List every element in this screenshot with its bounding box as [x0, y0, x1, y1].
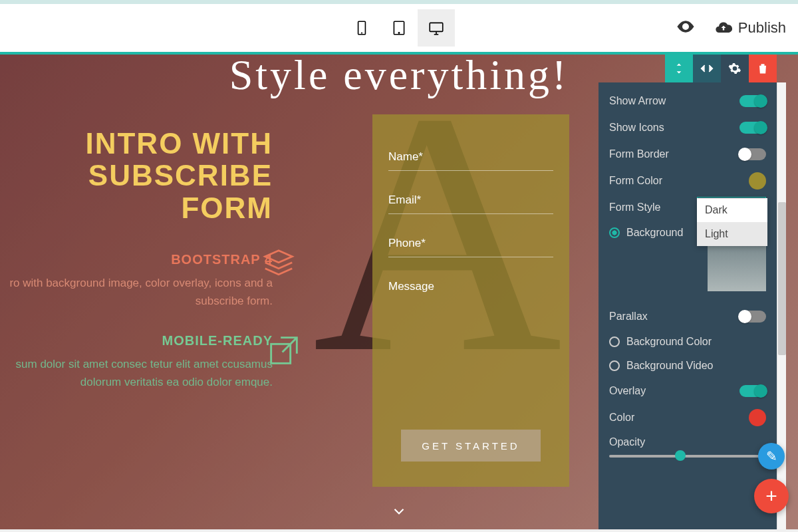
bg-image-label: Background [626, 227, 683, 239]
bg-color-label: Background Color [626, 336, 712, 348]
preview-icon[interactable] [676, 17, 696, 39]
hero-subtitle-2[interactable]: MOBILE-READY [0, 333, 273, 348]
show-arrow-toggle[interactable] [739, 95, 766, 107]
cloud-upload-icon [714, 19, 733, 37]
overlay-color-swatch[interactable] [749, 409, 766, 426]
editor-canvas: A Style everything! INTRO WITH SUBSCRIBE… [0, 55, 798, 529]
publish-button[interactable]: Publish [714, 19, 786, 37]
phone-field[interactable]: Phone* [388, 230, 553, 257]
device-switcher [343, 9, 455, 47]
message-field[interactable]: Message [388, 273, 553, 300]
code-button[interactable] [693, 55, 721, 82]
overlay-caption: Style everything! [229, 55, 569, 100]
desktop-view-button[interactable] [418, 9, 455, 47]
form-style-label: Form Style [609, 201, 660, 213]
opacity-slider[interactable] [609, 455, 766, 458]
show-arrow-label: Show Arrow [609, 95, 666, 107]
bg-video-radio[interactable] [609, 360, 620, 371]
email-field[interactable]: Email* [388, 187, 553, 214]
publish-label: Publish [738, 19, 786, 37]
top-toolbar: Publish [0, 0, 798, 52]
bg-color-radio[interactable] [609, 336, 620, 347]
overlay-color-label: Color [609, 412, 634, 424]
show-icons-toggle[interactable] [739, 122, 766, 134]
bg-image-radio[interactable] [609, 227, 620, 238]
subscribe-form[interactable]: Name* Email* Phone* Message GET STARTED [372, 114, 569, 487]
parallax-toggle[interactable] [739, 311, 766, 323]
form-style-dropdown: Dark Light [697, 198, 767, 246]
dropdown-item-dark[interactable]: Dark [697, 198, 767, 222]
form-color-label: Form Color [609, 175, 662, 187]
hero-title[interactable]: INTRO WITH SUBSCRIBE FORM [0, 128, 273, 224]
settings-panel: Show Arrow Show Icons Form Border Form C… [598, 82, 777, 529]
bg-image-thumbnail[interactable] [708, 245, 766, 291]
svg-rect-4 [430, 23, 443, 31]
hero-desc-1[interactable]: ro with background image, color overlay,… [0, 274, 273, 310]
form-border-label: Form Border [609, 148, 669, 160]
opacity-label: Opacity [609, 436, 645, 448]
edit-fab[interactable]: ✎ [758, 443, 785, 469]
block-toolbar [665, 55, 777, 82]
show-icons-label: Show Icons [609, 122, 664, 134]
mobile-view-button[interactable] [343, 9, 380, 47]
chevron-down-icon[interactable] [390, 503, 408, 520]
submit-button[interactable]: GET STARTED [401, 430, 541, 462]
layers-icon [261, 246, 297, 282]
bg-video-label: Background Video [626, 360, 713, 372]
delete-block-button[interactable] [749, 55, 777, 82]
overlay-toggle[interactable] [739, 385, 766, 397]
scrollbar-thumb[interactable] [778, 202, 786, 355]
form-border-toggle[interactable] [739, 148, 766, 160]
form-color-swatch[interactable] [749, 172, 766, 190]
hero-desc-2[interactable]: sum dolor sit amet consec tetur elit ame… [0, 355, 273, 391]
add-block-fab[interactable]: + [754, 479, 789, 513]
settings-button[interactable] [721, 55, 749, 82]
hero-text-column: INTRO WITH SUBSCRIBE FORM BOOTSTRAP 4 ro… [0, 128, 286, 391]
overlay-label: Overlay [609, 385, 646, 397]
tablet-view-button[interactable] [380, 9, 418, 47]
svg-point-3 [398, 33, 399, 33]
name-field[interactable]: Name* [388, 144, 553, 171]
move-block-button[interactable] [665, 55, 693, 82]
external-link-icon [265, 331, 303, 370]
hero-subtitle-1[interactable]: BOOTSTRAP 4 [0, 252, 273, 267]
dropdown-item-light[interactable]: Light [697, 222, 767, 246]
parallax-label: Parallax [609, 311, 648, 323]
